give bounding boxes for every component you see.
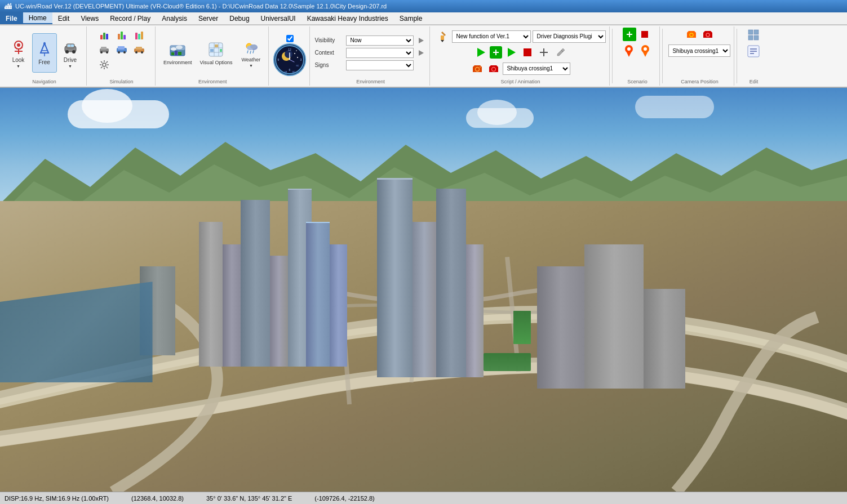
menu-views[interactable]: Views	[75, 12, 104, 24]
pencil-btn[interactable]	[553, 45, 567, 60]
stop-red-btn[interactable]	[520, 45, 535, 60]
menu-file[interactable]: File	[0, 12, 23, 24]
svg-point-31	[171, 47, 176, 51]
camera-pos-group: Shibuya crossing1 Camera Position	[665, 26, 734, 86]
sim-bar2-button[interactable]	[114, 28, 130, 41]
svg-line-48	[247, 51, 248, 53]
menu-server[interactable]: Server	[193, 12, 224, 24]
clock-container: 12 6 9 3 18 4C 6C	[273, 28, 306, 83]
svg-rect-85	[641, 31, 648, 38]
visibility-checkbox[interactable]	[286, 35, 294, 42]
sim-content	[96, 28, 147, 78]
menu-universalui[interactable]: UniversalUI	[255, 12, 301, 24]
car1-icon	[99, 46, 110, 53]
play-small-icon	[418, 37, 424, 44]
visibility-dropdown[interactable]: Now Day Night	[346, 35, 414, 46]
free-button[interactable]: Free	[32, 33, 57, 73]
marker2-btn[interactable]	[638, 43, 653, 58]
camera-red-btn[interactable]	[486, 61, 501, 76]
menu-edit[interactable]: Edit	[52, 12, 76, 24]
svg-rect-14	[68, 44, 70, 47]
cam-pos-content: Shibuya crossing1	[668, 28, 730, 78]
sim-car2-button[interactable]	[114, 43, 130, 56]
stop-red-icon	[522, 47, 533, 58]
context-play-btn[interactable]	[416, 48, 426, 58]
sim-bar1-button[interactable]	[96, 28, 112, 41]
weather-button[interactable]: Weather ▼	[237, 33, 265, 73]
svg-rect-15	[71, 44, 74, 47]
svg-marker-70	[441, 40, 444, 42]
svg-rect-41	[210, 49, 214, 52]
cam-pos-cam1-btn[interactable]	[684, 28, 699, 42]
add-neutral-icon	[539, 47, 549, 57]
scenario-add-btn[interactable]	[623, 28, 636, 41]
add-green-btn[interactable]	[490, 46, 502, 59]
env-controls-label: Environment	[356, 78, 385, 84]
scenario-stop-btn[interactable]	[638, 28, 651, 41]
sim-bar3-button[interactable]	[131, 28, 147, 41]
camera-orange-btn[interactable]	[470, 61, 485, 76]
look-button[interactable]: Look ▼	[6, 33, 31, 73]
menu-debug[interactable]: Debug	[224, 12, 255, 24]
svg-rect-43	[220, 49, 222, 52]
env-buttons: Environment	[160, 28, 265, 78]
viewport[interactable]	[0, 88, 847, 492]
building-1	[199, 222, 223, 366]
cam-pos-dropdown[interactable]: Shibuya crossing1	[668, 44, 730, 57]
marker1-btn[interactable]	[622, 43, 636, 58]
camera-position-dropdown[interactable]: Shibuya crossing1	[503, 63, 570, 75]
sim-car3-button[interactable]	[131, 43, 147, 56]
add-neutral-btn[interactable]	[536, 45, 551, 60]
status-extra: (-109726.4, -22152.8)	[314, 495, 374, 502]
weather-icon	[242, 38, 260, 56]
menu-analysis[interactable]: Analysis	[156, 12, 193, 24]
weather-label: Weather	[241, 57, 260, 63]
edit-grid-btn[interactable]	[746, 28, 761, 42]
menu-sample[interactable]: Sample	[394, 12, 428, 24]
settings-icon	[99, 60, 109, 70]
environment-button[interactable]: Environment	[160, 33, 196, 73]
pen-tool-btn[interactable]	[434, 30, 450, 43]
svg-point-88	[627, 47, 631, 51]
play-green2-btn[interactable]	[504, 45, 518, 60]
svg-marker-78	[557, 48, 565, 56]
env-group-label: Environment	[198, 78, 227, 84]
script-dropdown2[interactable]: Driver Diagnosis Plugi	[533, 30, 606, 43]
cam-pos-cam2-icon	[702, 29, 713, 41]
svg-point-91	[644, 47, 647, 51]
context-dropdown[interactable]	[346, 48, 414, 58]
add-green-icon	[492, 48, 500, 56]
svg-text:4C: 4C	[292, 70, 295, 73]
drive-button[interactable]: Drive ▼	[58, 33, 83, 73]
visibility-play-btn[interactable]	[416, 35, 426, 46]
clock-widget: 12 6 9 3 18 4C 6C	[273, 43, 306, 76]
sim-car1-button[interactable]	[96, 43, 112, 56]
svg-text:3: 3	[300, 58, 302, 61]
svg-point-18	[100, 51, 103, 53]
nav-group-label: Navigation	[32, 78, 56, 84]
svg-line-49	[250, 51, 251, 53]
sim-settings-button[interactable]	[96, 58, 112, 72]
cam-pos-cam2-btn[interactable]	[700, 28, 715, 42]
script-dropdown1[interactable]: New function of Ver.1	[452, 30, 531, 43]
building-r3	[644, 289, 685, 389]
svg-rect-96	[748, 35, 753, 40]
menu-home[interactable]: Home	[23, 12, 52, 24]
scenario-stop-icon	[640, 29, 650, 39]
environment-label: Environment	[163, 60, 192, 65]
edit-btn2[interactable]	[746, 44, 761, 59]
status-coords: (12368.4, 10032.8)	[131, 495, 184, 502]
sim-row1	[96, 28, 147, 41]
menu-kawasaki[interactable]: Kawasaki Heavy Industries	[301, 12, 394, 24]
visual-options-button[interactable]: Visual Options	[197, 33, 236, 73]
svg-marker-68	[441, 32, 446, 36]
signs-dropdown[interactable]	[346, 60, 414, 70]
svg-point-56	[296, 50, 298, 51]
svg-rect-97	[754, 35, 759, 40]
sim-row3	[96, 58, 112, 72]
menu-record-play[interactable]: Record / Play	[104, 12, 156, 24]
play-green-btn[interactable]	[473, 45, 488, 60]
svg-point-27	[141, 51, 143, 53]
bar-chart2-icon	[118, 29, 126, 39]
building-glass2	[330, 244, 348, 367]
